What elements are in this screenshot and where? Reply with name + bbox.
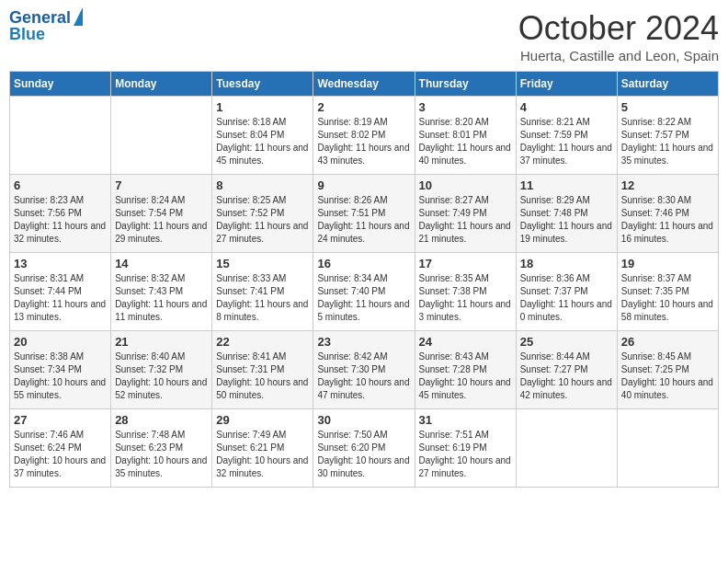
- calendar-cell: 3Sunrise: 8:20 AM Sunset: 8:01 PM Daylig…: [415, 97, 516, 175]
- day-number: 30: [317, 413, 410, 427]
- day-info: Sunrise: 7:49 AM Sunset: 6:21 PM Dayligh…: [216, 429, 309, 480]
- day-header-saturday: Saturday: [617, 72, 718, 97]
- calendar-cell: 16Sunrise: 8:34 AM Sunset: 7:40 PM Dayli…: [313, 253, 415, 331]
- day-info: Sunrise: 7:46 AM Sunset: 6:24 PM Dayligh…: [14, 429, 107, 480]
- day-info: Sunrise: 8:24 AM Sunset: 7:54 PM Dayligh…: [115, 194, 208, 246]
- calendar-cell: 24Sunrise: 8:43 AM Sunset: 7:28 PM Dayli…: [415, 331, 516, 409]
- calendar-cell: 18Sunrise: 8:36 AM Sunset: 7:37 PM Dayli…: [516, 253, 617, 331]
- day-number: 16: [317, 257, 410, 270]
- day-header-tuesday: Tuesday: [212, 72, 313, 97]
- day-number: 15: [216, 257, 309, 270]
- day-info: Sunrise: 8:32 AM Sunset: 7:43 PM Dayligh…: [115, 272, 208, 324]
- title-section: October 2024 Huerta, Castille and Leon, …: [518, 9, 719, 63]
- day-info: Sunrise: 8:34 AM Sunset: 7:40 PM Dayligh…: [317, 272, 410, 324]
- logo-text-blue: Blue: [9, 26, 45, 44]
- day-info: Sunrise: 8:31 AM Sunset: 7:44 PM Dayligh…: [14, 272, 107, 324]
- calendar-cell: 17Sunrise: 8:35 AM Sunset: 7:38 PM Dayli…: [415, 253, 516, 331]
- day-number: 26: [621, 335, 714, 349]
- calendar-cell: 25Sunrise: 8:44 AM Sunset: 7:27 PM Dayli…: [516, 331, 617, 409]
- day-info: Sunrise: 8:19 AM Sunset: 8:02 PM Dayligh…: [317, 116, 410, 167]
- calendar-header: SundayMondayTuesdayWednesdayThursdayFrid…: [10, 72, 719, 97]
- day-info: Sunrise: 7:51 AM Sunset: 6:19 PM Dayligh…: [419, 429, 512, 480]
- day-number: 31: [419, 413, 512, 427]
- day-number: 19: [621, 257, 714, 270]
- day-number: 2: [317, 100, 410, 114]
- calendar-cell: 15Sunrise: 8:33 AM Sunset: 7:41 PM Dayli…: [212, 253, 313, 331]
- calendar-cell: 12Sunrise: 8:30 AM Sunset: 7:46 PM Dayli…: [617, 175, 718, 253]
- day-number: 13: [14, 257, 107, 270]
- calendar-cell: 1Sunrise: 8:18 AM Sunset: 8:04 PM Daylig…: [212, 97, 313, 175]
- day-number: 5: [621, 100, 714, 114]
- calendar-cell: 31Sunrise: 7:51 AM Sunset: 6:19 PM Dayli…: [415, 409, 516, 488]
- day-header-friday: Friday: [516, 72, 617, 97]
- calendar-cell: 13Sunrise: 8:31 AM Sunset: 7:44 PM Dayli…: [10, 253, 111, 331]
- calendar-cell: [10, 97, 111, 175]
- calendar-cell: [516, 409, 617, 488]
- day-info: Sunrise: 8:29 AM Sunset: 7:48 PM Dayligh…: [520, 194, 613, 246]
- day-header-wednesday: Wednesday: [313, 72, 415, 97]
- day-info: Sunrise: 8:44 AM Sunset: 7:27 PM Dayligh…: [520, 350, 613, 402]
- calendar-cell: [111, 97, 212, 175]
- calendar-cell: 2Sunrise: 8:19 AM Sunset: 8:02 PM Daylig…: [313, 97, 415, 175]
- calendar-cell: 22Sunrise: 8:41 AM Sunset: 7:31 PM Dayli…: [212, 331, 313, 409]
- week-row-2: 6Sunrise: 8:23 AM Sunset: 7:56 PM Daylig…: [10, 175, 719, 253]
- calendar-cell: 11Sunrise: 8:29 AM Sunset: 7:48 PM Dayli…: [516, 175, 617, 253]
- calendar-cell: 4Sunrise: 8:21 AM Sunset: 7:59 PM Daylig…: [516, 97, 617, 175]
- day-number: 18: [520, 257, 613, 270]
- day-number: 11: [520, 178, 613, 192]
- day-number: 10: [419, 178, 512, 192]
- calendar-cell: 26Sunrise: 8:45 AM Sunset: 7:25 PM Dayli…: [617, 331, 718, 409]
- day-info: Sunrise: 8:20 AM Sunset: 8:01 PM Dayligh…: [419, 116, 512, 167]
- day-number: 27: [14, 413, 107, 427]
- day-number: 8: [216, 178, 309, 192]
- calendar-cell: 29Sunrise: 7:49 AM Sunset: 6:21 PM Dayli…: [212, 409, 313, 488]
- day-info: Sunrise: 8:43 AM Sunset: 7:28 PM Dayligh…: [419, 350, 512, 402]
- day-info: Sunrise: 8:37 AM Sunset: 7:35 PM Dayligh…: [621, 272, 714, 324]
- day-info: Sunrise: 8:45 AM Sunset: 7:25 PM Dayligh…: [621, 350, 714, 402]
- day-info: Sunrise: 8:35 AM Sunset: 7:38 PM Dayligh…: [419, 272, 512, 324]
- logo-triangle-icon: [74, 7, 83, 26]
- day-number: 1: [216, 100, 309, 114]
- calendar-cell: 28Sunrise: 7:48 AM Sunset: 6:23 PM Dayli…: [111, 409, 212, 488]
- week-row-1: 1Sunrise: 8:18 AM Sunset: 8:04 PM Daylig…: [10, 97, 719, 175]
- day-number: 12: [621, 178, 714, 192]
- day-number: 22: [216, 335, 309, 349]
- day-info: Sunrise: 8:18 AM Sunset: 8:04 PM Dayligh…: [216, 116, 309, 167]
- day-number: 21: [115, 335, 208, 349]
- week-row-5: 27Sunrise: 7:46 AM Sunset: 6:24 PM Dayli…: [10, 409, 719, 488]
- day-info: Sunrise: 8:27 AM Sunset: 7:49 PM Dayligh…: [419, 194, 512, 246]
- day-number: 4: [520, 100, 613, 114]
- calendar-cell: [617, 409, 718, 488]
- day-info: Sunrise: 8:41 AM Sunset: 7:31 PM Dayligh…: [216, 350, 309, 402]
- calendar-cell: 8Sunrise: 8:25 AM Sunset: 7:52 PM Daylig…: [212, 175, 313, 253]
- day-info: Sunrise: 8:40 AM Sunset: 7:32 PM Dayligh…: [115, 350, 208, 402]
- week-row-4: 20Sunrise: 8:38 AM Sunset: 7:34 PM Dayli…: [10, 331, 719, 409]
- calendar-cell: 19Sunrise: 8:37 AM Sunset: 7:35 PM Dayli…: [617, 253, 718, 331]
- day-info: Sunrise: 8:22 AM Sunset: 7:57 PM Dayligh…: [621, 116, 714, 167]
- day-info: Sunrise: 8:33 AM Sunset: 7:41 PM Dayligh…: [216, 272, 309, 324]
- day-info: Sunrise: 7:48 AM Sunset: 6:23 PM Dayligh…: [115, 429, 208, 480]
- day-number: 28: [115, 413, 208, 427]
- day-header-thursday: Thursday: [415, 72, 516, 97]
- calendar-cell: 27Sunrise: 7:46 AM Sunset: 6:24 PM Dayli…: [10, 409, 111, 488]
- page-header: General Blue October 2024 Huerta, Castil…: [9, 9, 719, 63]
- day-number: 23: [317, 335, 410, 349]
- day-info: Sunrise: 7:50 AM Sunset: 6:20 PM Dayligh…: [317, 429, 410, 480]
- day-number: 6: [14, 178, 107, 192]
- calendar-body: 1Sunrise: 8:18 AM Sunset: 8:04 PM Daylig…: [10, 97, 719, 488]
- day-info: Sunrise: 8:23 AM Sunset: 7:56 PM Dayligh…: [14, 194, 107, 246]
- logo: General Blue: [9, 9, 83, 44]
- day-info: Sunrise: 8:42 AM Sunset: 7:30 PM Dayligh…: [317, 350, 410, 402]
- day-info: Sunrise: 8:25 AM Sunset: 7:52 PM Dayligh…: [216, 194, 309, 246]
- day-number: 17: [419, 257, 512, 270]
- day-info: Sunrise: 8:26 AM Sunset: 7:51 PM Dayligh…: [317, 194, 410, 246]
- calendar-cell: 7Sunrise: 8:24 AM Sunset: 7:54 PM Daylig…: [111, 175, 212, 253]
- day-header-monday: Monday: [111, 72, 212, 97]
- calendar-cell: 20Sunrise: 8:38 AM Sunset: 7:34 PM Dayli…: [10, 331, 111, 409]
- week-row-3: 13Sunrise: 8:31 AM Sunset: 7:44 PM Dayli…: [10, 253, 719, 331]
- month-title: October 2024: [518, 9, 719, 48]
- calendar-cell: 30Sunrise: 7:50 AM Sunset: 6:20 PM Dayli…: [313, 409, 415, 488]
- calendar-cell: 5Sunrise: 8:22 AM Sunset: 7:57 PM Daylig…: [617, 97, 718, 175]
- day-number: 20: [14, 335, 107, 349]
- day-info: Sunrise: 8:36 AM Sunset: 7:37 PM Dayligh…: [520, 272, 613, 324]
